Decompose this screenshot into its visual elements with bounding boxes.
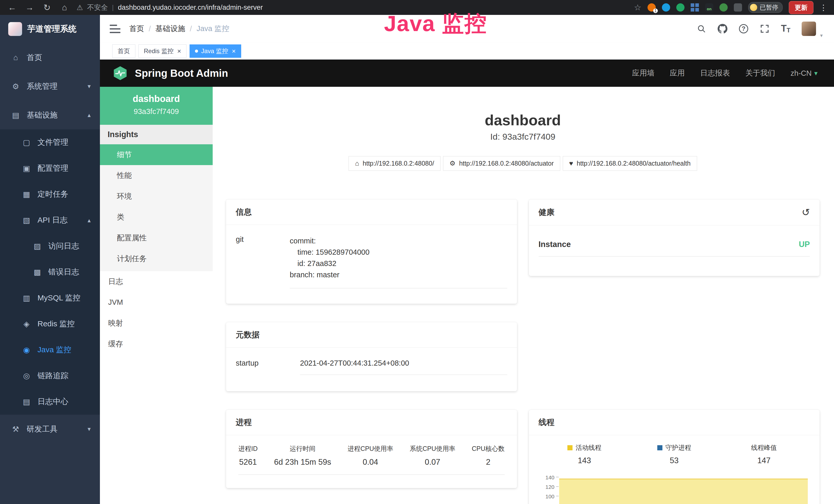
health-instance-label: Instance (539, 240, 571, 249)
sidebar-item-redis-monitor[interactable]: ◈ Redis 监控 (0, 311, 100, 337)
sidebar-item-label: Java 监控 (38, 345, 71, 355)
process-pid: 进程ID 5261 (238, 444, 258, 467)
extension-icon-green[interactable] (676, 3, 684, 12)
health-url-link[interactable]: ♥ http://192.168.0.2:48080/actuator/heal… (563, 156, 697, 171)
sba-locale-select[interactable]: zh-CN ▾ (791, 69, 817, 77)
tab-redis-monitor[interactable]: Redis 监控 × (138, 44, 186, 58)
sba-item-mappings[interactable]: 映射 (100, 313, 213, 334)
extensions-puzzle-icon[interactable] (734, 3, 742, 12)
sba-main-content: dashboard Id: 93a3fc7f7409 ⌂ http://192.… (213, 87, 834, 504)
breadcrumb-infrastructure[interactable]: 基础设施 (155, 24, 185, 34)
sba-item-caches[interactable]: 缓存 (100, 334, 213, 354)
sba-nav-about[interactable]: 关于我们 (745, 68, 775, 78)
instance-header[interactable]: dashboard 93a3fc7f7409 (100, 87, 213, 125)
browser-update-button[interactable]: 更新 (789, 1, 813, 14)
tags-view-bar: 首页 Redis 监控 × Java 监控 × (100, 43, 834, 60)
address-bar[interactable]: ⚠ 不安全 | dashboard.yudao.iocoder.cn/infra… (76, 3, 263, 12)
breadcrumb-home[interactable]: 首页 (129, 24, 144, 34)
chart-y-axis: 140 120 100 (540, 475, 559, 504)
file-icon: ▢ (22, 138, 31, 147)
extension-icon-on[interactable]: on (705, 3, 713, 12)
security-label: 不安全 (87, 3, 108, 12)
annotation-java-monitor: Java 监控 (384, 9, 487, 39)
redis-icon: ◈ (22, 319, 31, 328)
search-icon[interactable] (696, 24, 707, 34)
process-cpu: 进程CPU使用率 0.04 (348, 444, 393, 467)
sidebar-item-api-logs[interactable]: ▧ API 日志 ▴ (0, 207, 100, 233)
browser-menu-icon[interactable]: ⋮ (820, 3, 827, 12)
breadcrumb-separator: / (190, 25, 192, 33)
sba-nav-journal[interactable]: 日志报表 (700, 68, 730, 78)
sidebar-item-file-mgmt[interactable]: ▢ 文件管理 (0, 130, 100, 155)
sba-item-config-props[interactable]: 配置属性 (100, 228, 213, 248)
help-icon[interactable]: ? (739, 24, 749, 34)
sidebar-item-log-center[interactable]: ▤ 日志中心 (0, 389, 100, 415)
chart-area-fill (559, 479, 808, 504)
sba-item-classes[interactable]: 类 (100, 207, 213, 228)
sba-brand-title[interactable]: Spring Boot Admin (135, 68, 228, 79)
close-icon[interactable]: × (232, 48, 236, 54)
hamburger-icon[interactable] (110, 25, 120, 33)
sba-item-details[interactable]: 细节 (100, 144, 213, 165)
bookmark-star-icon[interactable]: ☆ (634, 3, 641, 12)
card-title: 元数据 (236, 329, 260, 340)
service-url-link[interactable]: ⌂ http://192.168.0.2:48080/ (349, 156, 440, 171)
sidebar-item-trace[interactable]: ◎ 链路追踪 (0, 363, 100, 389)
app-logo-row[interactable]: 芋道管理系统 (0, 15, 100, 43)
legend-daemon-threads: 守护进程 53 (629, 443, 719, 465)
sba-nav-wallboard[interactable]: 应用墙 (632, 68, 655, 78)
fullscreen-icon[interactable] (760, 24, 770, 34)
warning-icon: ⚠ (76, 3, 83, 12)
close-icon[interactable]: × (177, 48, 181, 54)
question-mark: ? (739, 24, 748, 33)
tab-home[interactable]: 首页 (112, 44, 135, 58)
sidebar-item-system-mgmt[interactable]: ⚙ 系统管理 ▾ (0, 72, 100, 101)
font-size-icon[interactable]: TT (781, 24, 791, 34)
sba-item-environment[interactable]: 环境 (100, 186, 213, 207)
sidebar-item-mysql-monitor[interactable]: ▥ MySQL 监控 (0, 285, 100, 311)
github-icon[interactable] (717, 24, 728, 34)
sidebar-item-scheduled-tasks[interactable]: ▦ 定时任务 (0, 181, 100, 207)
paused-badge[interactable]: 已暂停 (748, 2, 783, 13)
tab-java-monitor[interactable]: Java 监控 × (190, 44, 241, 58)
legend-live-threads: 活动线程 143 (540, 443, 630, 465)
sidebar-item-access-logs[interactable]: ▨ 访问日志 (0, 233, 100, 259)
sba-item-metrics[interactable]: 性能 (100, 165, 213, 186)
app-logo-avatar (8, 22, 22, 36)
sba-item-jvm[interactable]: JVM (100, 292, 213, 313)
sba-item-scheduled-tasks[interactable]: 计划任务 (100, 248, 213, 269)
sidebar-item-infrastructure[interactable]: ▤ 基础设施 ▴ (0, 101, 100, 130)
info-line: id: 27aa832 (290, 258, 507, 269)
metadata-key: startup (236, 359, 300, 375)
status-badge: UP (799, 240, 810, 249)
extension-icon-drop[interactable] (662, 3, 670, 12)
extension-icon-leaf[interactable] (720, 3, 728, 12)
extension-icon-orange[interactable]: 1 (648, 3, 656, 12)
avatar[interactable] (802, 22, 816, 36)
sba-logo-icon (113, 66, 128, 81)
mysql-icon: ▥ (22, 294, 31, 302)
browser-forward-button[interactable]: → (24, 3, 35, 12)
chevron-down-icon: ▾ (88, 426, 91, 433)
sidebar-item-error-logs[interactable]: ▩ 错误日志 (0, 259, 100, 285)
trace-icon: ◎ (22, 371, 31, 380)
avatar-caret-icon: ▾ (820, 32, 823, 39)
sidebar-item-java-monitor[interactable]: ◉ Java 监控 (0, 337, 100, 363)
info-line: branch: master (290, 269, 507, 280)
sidebar-item-home[interactable]: ⌂ 首页 (0, 43, 100, 72)
extension-icon-grid[interactable] (691, 3, 699, 12)
sba-item-logs[interactable]: 日志 (100, 271, 213, 292)
history-icon[interactable]: ↺ (802, 207, 810, 218)
actuator-url-link[interactable]: ⚙ http://192.168.0.2:48080/actuator (443, 156, 560, 171)
browser-home-button[interactable]: ⌂ (59, 3, 70, 12)
sidebar-item-config-mgmt[interactable]: ▣ 配置管理 (0, 155, 100, 181)
log-icon: ▧ (22, 216, 31, 225)
browser-back-button[interactable]: ← (7, 3, 18, 12)
sidebar-item-label: 日志中心 (38, 396, 68, 407)
health-icon: ♥ (569, 159, 573, 167)
metadata-value: 2021-04-27T00:44:31.254+08:00 (300, 359, 507, 375)
sidebar-item-label: 定时任务 (38, 189, 68, 200)
sba-nav-applications[interactable]: 应用 (670, 68, 685, 78)
browser-reload-button[interactable]: ↻ (42, 3, 52, 13)
sidebar-item-dev-tools[interactable]: ⚒ 研发工具 ▾ (0, 415, 100, 443)
